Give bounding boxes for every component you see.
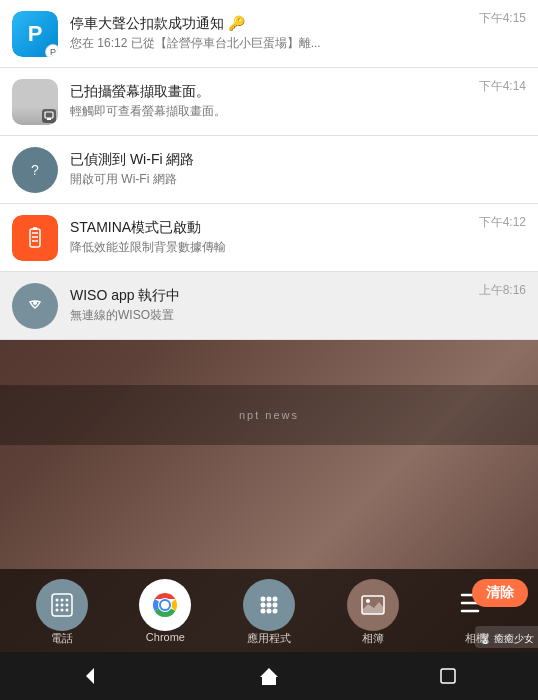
dock-item-apps[interactable]: 應用程式 <box>229 579 309 646</box>
svg-point-17 <box>65 604 68 607</box>
dock-item-gallery[interactable]: 相簿 <box>333 579 413 646</box>
gallery-label: 相簿 <box>362 631 384 646</box>
screenshot-notif-content: 已拍攝螢幕擷取畫面。 輕觸即可查看螢幕擷取畫面。 <box>70 83 526 120</box>
wiso-app-icon <box>12 283 58 329</box>
dock-item-chrome[interactable]: Chrome <box>125 579 205 643</box>
svg-point-36 <box>366 599 370 603</box>
homescreen-strip: npt news <box>0 385 538 445</box>
parking-app-icon: P <box>12 11 58 57</box>
svg-text:?: ? <box>31 162 39 178</box>
notification-panel: P 停車大聲公扣款成功通知 🔑 您在 16:12 已從【詮營停車台北小巨蛋場】離… <box>0 0 538 340</box>
dock-item-phone[interactable]: 電話 <box>22 579 102 646</box>
screenshot-icon <box>12 79 58 125</box>
svg-rect-4 <box>30 229 40 247</box>
screenshot-app-icon <box>12 79 58 125</box>
back-button[interactable] <box>60 652 120 700</box>
apps-label: 應用程式 <box>247 631 291 646</box>
wiso-notif-body: 無連線的WISO裝置 <box>70 307 526 324</box>
svg-point-12 <box>55 599 58 602</box>
apps-icon <box>243 579 295 631</box>
chrome-label: Chrome <box>146 631 185 643</box>
screenshot-thumb <box>12 79 58 125</box>
svg-rect-0 <box>45 112 53 118</box>
notification-stamina[interactable]: STAMINA模式已啟動 降低效能並限制背景數據傳輸 下午4:12 <box>0 204 538 272</box>
svg-marker-41 <box>260 668 278 685</box>
wiso-notif-content: WISO app 執行中 無連線的WISO裝置 <box>70 287 526 324</box>
screenshot-notif-title: 已拍攝螢幕擷取畫面。 <box>70 83 526 101</box>
recents-button[interactable] <box>418 652 478 700</box>
gallery-icon <box>347 579 399 631</box>
watermark-text: 🐰 癒癒少女 <box>479 633 534 644</box>
screenshot-badge-icon <box>42 109 56 123</box>
wiso-notif-time: 上午8:16 <box>479 282 526 299</box>
svg-point-20 <box>65 609 68 612</box>
parking-badge: P <box>45 44 58 57</box>
wiso-notif-title: WISO app 執行中 <box>70 287 526 305</box>
svg-point-14 <box>65 599 68 602</box>
svg-point-10 <box>33 301 37 305</box>
dock-icons: 電話 Chrome <box>0 579 538 646</box>
stamina-notif-body: 降低效能並限制背景數據傳輸 <box>70 239 526 256</box>
screenshot-notif-body: 輕觸即可查看螢幕擷取畫面。 <box>70 103 526 120</box>
notification-screenshot[interactable]: 已拍攝螢幕擷取畫面。 輕觸即可查看螢幕擷取畫面。 下午4:14 <box>0 68 538 136</box>
wifi-icon: ? <box>12 147 58 193</box>
svg-rect-1 <box>47 118 51 120</box>
stamina-notif-title: STAMINA模式已啟動 <box>70 219 526 237</box>
clear-button[interactable]: 清除 <box>472 579 528 607</box>
parking-notif-time: 下午4:15 <box>479 10 526 27</box>
notification-wifi[interactable]: ? 已偵測到 Wi-Fi 網路 開啟可用 Wi-Fi 網路 <box>0 136 538 204</box>
wifi-app-icon: ? <box>12 147 58 193</box>
svg-point-28 <box>272 597 277 602</box>
svg-point-25 <box>161 601 169 609</box>
parking-notif-title: 停車大聲公扣款成功通知 🔑 <box>70 15 526 33</box>
watermark: 🐰 癒癒少女 <box>475 626 538 648</box>
svg-point-34 <box>272 609 277 614</box>
svg-point-9 <box>22 293 48 319</box>
stamina-notif-time: 下午4:12 <box>479 214 526 231</box>
svg-point-19 <box>60 609 63 612</box>
svg-point-15 <box>55 604 58 607</box>
svg-point-27 <box>266 597 271 602</box>
parking-notif-body: 您在 16:12 已從【詮營停車台北小巨蛋場】離... <box>70 35 526 52</box>
chrome-icon <box>139 579 191 631</box>
notification-parking[interactable]: P 停車大聲公扣款成功通知 🔑 您在 16:12 已從【詮營停車台北小巨蛋場】離… <box>0 0 538 68</box>
dock-area: 清除 電話 <box>0 569 538 652</box>
wifi-notif-content: 已偵測到 Wi-Fi 網路 開啟可用 Wi-Fi 網路 <box>70 151 526 188</box>
svg-point-16 <box>60 604 63 607</box>
phone-icon <box>36 579 88 631</box>
home-button[interactable] <box>239 652 299 700</box>
navigation-bar <box>0 652 538 700</box>
svg-point-29 <box>260 603 265 608</box>
wifi-notif-body: 開啟可用 Wi-Fi 網路 <box>70 171 526 188</box>
phone-label: 電話 <box>51 631 73 646</box>
svg-point-32 <box>260 609 265 614</box>
wifi-notif-title: 已偵測到 Wi-Fi 網路 <box>70 151 526 169</box>
screenshot-notif-time: 下午4:14 <box>479 78 526 95</box>
parking-notif-content: 停車大聲公扣款成功通知 🔑 您在 16:12 已從【詮營停車台北小巨蛋場】離..… <box>70 15 526 52</box>
stamina-notif-content: STAMINA模式已啟動 降低效能並限制背景數據傳輸 <box>70 219 526 256</box>
svg-point-31 <box>272 603 277 608</box>
stamina-icon <box>12 215 58 261</box>
parking-icon: P <box>12 11 58 57</box>
svg-marker-40 <box>86 668 94 684</box>
svg-point-30 <box>266 603 271 608</box>
svg-point-13 <box>60 599 63 602</box>
svg-point-33 <box>266 609 271 614</box>
wiso-icon <box>12 283 58 329</box>
svg-rect-8 <box>33 227 37 230</box>
stamina-app-icon <box>12 215 58 261</box>
svg-point-26 <box>260 597 265 602</box>
svg-rect-42 <box>441 669 455 683</box>
svg-point-18 <box>55 609 58 612</box>
notification-wiso[interactable]: WISO app 執行中 無連線的WISO裝置 上午8:16 <box>0 272 538 340</box>
